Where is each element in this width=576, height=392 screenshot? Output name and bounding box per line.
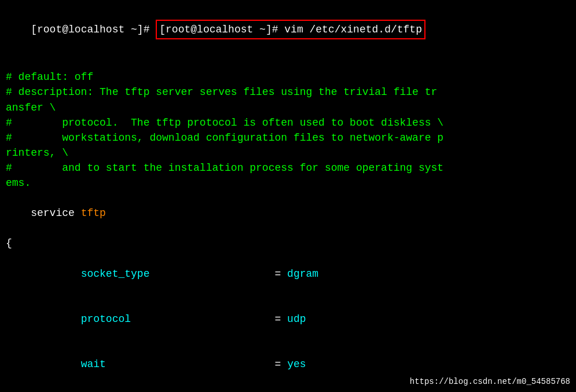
indent (31, 268, 80, 280)
footer: https://blog.csdn.net/m0_54585768 (410, 376, 570, 387)
config-socket-type: socket_type = dgram (6, 251, 570, 296)
comment-desc2: ansfer \ (6, 100, 570, 115)
indent (31, 313, 80, 325)
service-name: tftp (81, 207, 106, 219)
val-socket-type: dgram (287, 268, 318, 280)
val-protocol: udp (287, 313, 306, 325)
key-protocol: protocol (81, 313, 131, 325)
comment-desc1: # description: The tftp server serves fi… (6, 85, 570, 100)
command-box: [root@localhost ~]# vim /etc/xinetd.d/tf… (156, 20, 425, 39)
comment-install2: ems. (6, 175, 570, 190)
service-keyword: service (31, 207, 80, 219)
spacer: = (149, 268, 287, 280)
spacer: = (106, 358, 287, 370)
prompt-line: [root@localhost ~]# [root@localhost ~]# … (6, 5, 570, 54)
spacer: = (131, 313, 287, 325)
config-user: user = root (6, 387, 570, 392)
service-line: service tftp (6, 190, 570, 236)
blank-line (6, 54, 570, 69)
comment-default: # default: off (6, 69, 570, 85)
open-brace: { (6, 236, 570, 251)
comment-work1: # workstations, download configuration f… (6, 130, 570, 145)
comment-proto1: # protocol. The tftp protocol is often u… (6, 115, 570, 130)
val-wait: yes (287, 358, 306, 370)
key-wait: wait (81, 358, 106, 370)
config-protocol: protocol = udp (6, 296, 570, 342)
key-socket-type: socket_type (81, 268, 150, 280)
prompt-text: [root@localhost ~]# (31, 24, 156, 35)
comment-install1: # and to start the installation process … (6, 160, 570, 175)
command-text: [root@localhost ~]# vim /etc/xinetd.d/tf… (159, 24, 422, 35)
comment-work2: rinters, \ (6, 145, 570, 160)
terminal: [root@localhost ~]# [root@localhost ~]# … (0, 0, 576, 392)
indent (31, 358, 80, 370)
